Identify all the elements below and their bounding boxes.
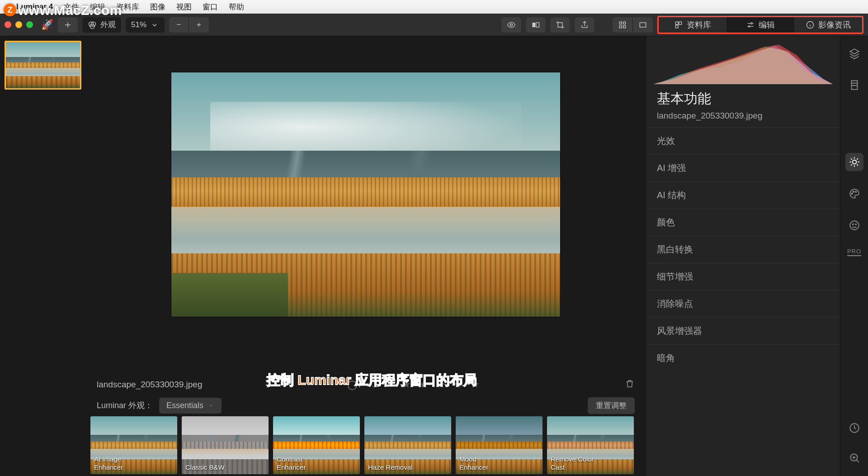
- single-icon: [638, 20, 647, 29]
- look-contrast-enhancer[interactable]: Contrast Enhancer: [273, 416, 360, 474]
- zoom-in-button[interactable]: +: [189, 17, 209, 33]
- watermark-text: www.MacZ.com: [18, 3, 122, 18]
- look-ai-image-enhancer[interactable]: AI Image Enhancer: [90, 416, 177, 474]
- looks-strip: AI Image Enhancer Classic B&W Contrast E…: [86, 416, 646, 476]
- rail-layers-icon[interactable]: [845, 44, 863, 62]
- svg-rect-10: [640, 23, 646, 27]
- window-controls: [5, 21, 33, 28]
- look-mood-enhancer[interactable]: Mood Enhancer: [456, 416, 542, 474]
- canvas[interactable]: [86, 36, 646, 375]
- panel-item-landscape[interactable]: 风景增强器: [646, 317, 840, 344]
- svg-point-24: [855, 224, 856, 225]
- minimize-window-button[interactable]: [15, 21, 22, 28]
- svg-point-3: [510, 24, 513, 26]
- zoom-value: 51%: [131, 20, 146, 29]
- panel-item-bw[interactable]: 黑白转换: [646, 236, 840, 263]
- macos-menubar: Luminar 4 文件 编辑 资料库 图像 视图 窗口 帮助: [0, 0, 868, 14]
- rocket-icon[interactable]: 🚀: [41, 19, 53, 31]
- crop-button[interactable]: [550, 17, 570, 33]
- svg-rect-13: [675, 25, 678, 28]
- trash-button[interactable]: [625, 379, 635, 391]
- share-button[interactable]: [575, 17, 594, 33]
- reset-label: 重置调整: [596, 401, 627, 410]
- rail-zoom-icon[interactable]: [845, 449, 863, 467]
- svg-point-20: [853, 191, 854, 192]
- mode-tab-info[interactable]: 影像资讯: [794, 17, 862, 33]
- grid-view-button[interactable]: [613, 17, 633, 33]
- look-label: Mood Enhancer: [459, 455, 488, 471]
- panel-item-denoise[interactable]: 消除噪点: [646, 290, 840, 317]
- zoom-dropdown[interactable]: 51%: [126, 17, 165, 33]
- tool-rail: PRO: [840, 36, 868, 476]
- svg-point-23: [852, 224, 853, 225]
- rail-canvas-icon[interactable]: [845, 76, 863, 94]
- panel-item-vignette[interactable]: 暗角: [646, 344, 840, 371]
- preview-toggle-button[interactable]: [501, 17, 521, 33]
- svg-point-18: [852, 160, 856, 164]
- look-classic-bw[interactable]: Classic B&W: [182, 416, 269, 474]
- svg-point-22: [850, 221, 859, 230]
- panel-item-light[interactable]: 光效: [646, 127, 840, 154]
- histogram[interactable]: [653, 41, 833, 84]
- looks-category-label: Essentials: [166, 401, 203, 410]
- look-remove-color-cast[interactable]: Remove Color Cast: [547, 416, 634, 474]
- look-label: Remove Color Cast: [551, 455, 594, 471]
- chevron-down-icon: [208, 402, 214, 409]
- panel-filename: landscape_205330039.jpeg: [646, 110, 840, 127]
- svg-rect-5: [536, 23, 539, 27]
- looks-icon: [88, 20, 97, 29]
- thumbnail-selected[interactable]: [5, 41, 81, 90]
- panel-item-color[interactable]: 颜色: [646, 209, 840, 236]
- menu-view[interactable]: 视图: [176, 2, 192, 12]
- svg-point-14: [751, 23, 752, 24]
- rail-creative-icon[interactable]: [845, 185, 863, 203]
- appearance-button[interactable]: 外观: [82, 17, 121, 33]
- rail-pro-label[interactable]: PRO: [847, 248, 861, 256]
- mode-tab-edit-label: 编辑: [759, 19, 775, 30]
- panel-title: 基本功能: [646, 87, 840, 110]
- svg-rect-11: [675, 22, 678, 24]
- close-window-button[interactable]: [5, 21, 11, 28]
- mode-tab-edit[interactable]: 编辑: [726, 17, 794, 33]
- mode-tab-library-label: 资料库: [687, 19, 711, 30]
- panel-item-ai-structure[interactable]: AI 结构: [646, 181, 840, 209]
- look-label: Contrast Enhancer: [277, 455, 306, 471]
- look-label: Haze Removal: [368, 463, 412, 471]
- panel-item-ai-enhance[interactable]: AI 增强: [646, 154, 840, 181]
- reset-adjustments-button[interactable]: 重置调整: [588, 397, 635, 414]
- library-icon: [674, 20, 683, 29]
- looks-prefix: Luminar 外观：: [97, 400, 153, 411]
- mode-tab-info-label: 影像资讯: [818, 19, 851, 30]
- main-photo: [171, 72, 560, 317]
- crop-icon: [556, 20, 565, 29]
- sliders-icon: [746, 20, 755, 29]
- rail-portrait-icon[interactable]: [845, 216, 863, 234]
- compare-button[interactable]: [526, 17, 546, 33]
- annotation-caption: 控制 Luminar 应用程序窗口的布局: [267, 371, 477, 390]
- menu-window[interactable]: 窗口: [203, 2, 218, 12]
- rail-essentials-icon[interactable]: [845, 153, 863, 171]
- looks-category-dropdown[interactable]: Essentials: [159, 398, 222, 414]
- zoom-out-button[interactable]: −: [169, 17, 189, 33]
- look-haze-removal[interactable]: Haze Removal: [364, 416, 451, 474]
- svg-point-21: [855, 191, 856, 192]
- panel-item-detail[interactable]: 细节增强: [646, 263, 840, 290]
- menu-image[interactable]: 图像: [150, 2, 165, 12]
- single-view-button[interactable]: [633, 17, 653, 33]
- svg-rect-9: [623, 25, 626, 28]
- add-button[interactable]: [58, 17, 78, 33]
- fullscreen-window-button[interactable]: [26, 21, 33, 28]
- svg-rect-12: [679, 22, 682, 24]
- chevron-down-icon: [150, 20, 159, 29]
- svg-point-15: [749, 25, 750, 27]
- toolbar: 🚀 外观 51% − + 资料库 编辑 影像资讯: [0, 14, 868, 36]
- share-icon: [580, 20, 589, 29]
- look-label: AI Image Enhancer: [94, 455, 123, 471]
- svg-point-19: [851, 193, 853, 195]
- info-icon: [806, 20, 815, 29]
- mode-tab-library[interactable]: 资料库: [659, 17, 726, 33]
- grid-icon: [618, 20, 627, 29]
- rail-history-icon[interactable]: [845, 419, 863, 437]
- menu-help[interactable]: 帮助: [229, 2, 244, 12]
- watermark-logo-icon: Z: [4, 4, 16, 16]
